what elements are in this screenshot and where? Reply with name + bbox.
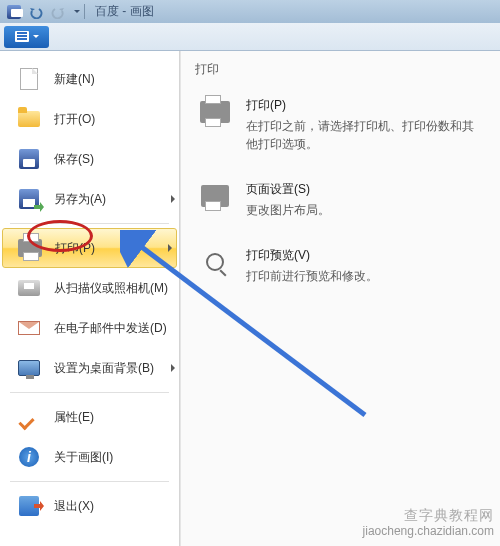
exit-icon	[19, 496, 39, 516]
quick-access-toolbar	[4, 3, 80, 21]
menu-open-label: 打开(O)	[54, 111, 95, 128]
menu-about[interactable]: i 关于画图(I)	[0, 437, 179, 477]
menu-new[interactable]: 新建(N)	[0, 59, 179, 99]
qat-dropdown-icon[interactable]	[74, 10, 80, 13]
menu-save-label: 保存(S)	[54, 151, 94, 168]
page-setup-icon	[201, 185, 229, 207]
menu-wallpaper-label: 设置为桌面背景(B)	[54, 360, 154, 377]
chevron-right-icon	[171, 364, 175, 372]
scanner-icon	[18, 280, 40, 296]
menu-separator	[10, 223, 169, 224]
chevron-right-icon	[171, 195, 175, 203]
submenu-print-text: 打印(P) 在打印之前，请选择打印机、打印份数和其他打印选项。	[246, 97, 483, 153]
menu-save-as[interactable]: 另存为(A)	[0, 179, 179, 219]
submenu-print-title: 打印(P)	[246, 97, 483, 114]
watermark: 查字典教程网 jiaocheng.chazidian.com	[363, 506, 494, 540]
menu-open[interactable]: 打开(O)	[0, 99, 179, 139]
menu-scan-label: 从扫描仪或照相机(M)	[54, 280, 168, 297]
chevron-right-icon	[168, 244, 172, 252]
menu-set-wallpaper[interactable]: 设置为桌面背景(B)	[0, 348, 179, 388]
menu-scan[interactable]: 从扫描仪或照相机(M)	[0, 268, 179, 308]
ribbon-bar	[0, 23, 500, 51]
submenu-page-setup[interactable]: 页面设置(S) 更改图片布局。	[195, 178, 486, 222]
qat-undo-button[interactable]	[26, 3, 46, 21]
info-icon: i	[19, 447, 39, 467]
print-submenu-panel: 打印 打印(P) 在打印之前，请选择打印机、打印份数和其他打印选项。 页面设置(…	[180, 51, 500, 546]
file-tab[interactable]	[4, 26, 49, 48]
menu-print-label: 打印(P)	[55, 240, 95, 257]
file-menu-dropdown: 新建(N) 打开(O) 保存(S) 另存为(A) 打印(P) 从扫描仪或照相机(…	[0, 51, 500, 546]
qat-redo-button[interactable]	[48, 3, 68, 21]
printer-icon	[18, 239, 42, 257]
save-icon	[19, 149, 39, 169]
watermark-line2: jiaocheng.chazidian.com	[363, 524, 494, 540]
file-menu-icon	[15, 31, 29, 42]
redo-icon	[51, 5, 65, 19]
printer-icon	[200, 101, 230, 123]
menu-exit[interactable]: 退出(X)	[0, 486, 179, 526]
save-as-icon	[19, 189, 39, 209]
submenu-title: 打印	[195, 61, 486, 78]
submenu-preview-desc: 打印前进行预览和修改。	[246, 267, 378, 285]
folder-icon	[18, 111, 40, 127]
menu-saveas-label: 另存为(A)	[54, 191, 106, 208]
window-title: 百度 - 画图	[95, 3, 154, 20]
menu-email[interactable]: 在电子邮件中发送(D)	[0, 308, 179, 348]
menu-exit-label: 退出(X)	[54, 498, 94, 515]
submenu-print[interactable]: 打印(P) 在打印之前，请选择打印机、打印份数和其他打印选项。	[195, 94, 486, 156]
check-icon	[20, 408, 38, 426]
menu-print[interactable]: 打印(P)	[2, 228, 177, 268]
chevron-down-icon	[33, 35, 39, 38]
menu-properties-label: 属性(E)	[54, 409, 94, 426]
save-icon	[7, 5, 21, 19]
mail-icon	[18, 321, 40, 335]
submenu-pagesetup-desc: 更改图片布局。	[246, 201, 330, 219]
submenu-print-preview[interactable]: 打印预览(V) 打印前进行预览和修改。	[195, 244, 486, 288]
desktop-icon	[18, 360, 40, 376]
submenu-pagesetup-text: 页面设置(S) 更改图片布局。	[246, 181, 330, 219]
watermark-line1: 查字典教程网	[363, 506, 494, 524]
file-menu-left-column: 新建(N) 打开(O) 保存(S) 另存为(A) 打印(P) 从扫描仪或照相机(…	[0, 51, 180, 546]
submenu-print-desc: 在打印之前，请选择打印机、打印份数和其他打印选项。	[246, 117, 483, 153]
menu-save[interactable]: 保存(S)	[0, 139, 179, 179]
menu-separator	[10, 481, 169, 482]
magnifier-icon	[206, 253, 224, 271]
qat-save-button[interactable]	[4, 3, 24, 21]
undo-icon	[29, 5, 43, 19]
submenu-preview-text: 打印预览(V) 打印前进行预览和修改。	[246, 247, 378, 285]
page-icon	[20, 68, 38, 90]
menu-about-label: 关于画图(I)	[54, 449, 113, 466]
separator	[84, 4, 85, 19]
menu-new-label: 新建(N)	[54, 71, 95, 88]
menu-separator	[10, 392, 169, 393]
submenu-preview-title: 打印预览(V)	[246, 247, 378, 264]
submenu-pagesetup-title: 页面设置(S)	[246, 181, 330, 198]
title-bar: 百度 - 画图	[0, 0, 500, 23]
menu-properties[interactable]: 属性(E)	[0, 397, 179, 437]
menu-email-label: 在电子邮件中发送(D)	[54, 320, 167, 337]
